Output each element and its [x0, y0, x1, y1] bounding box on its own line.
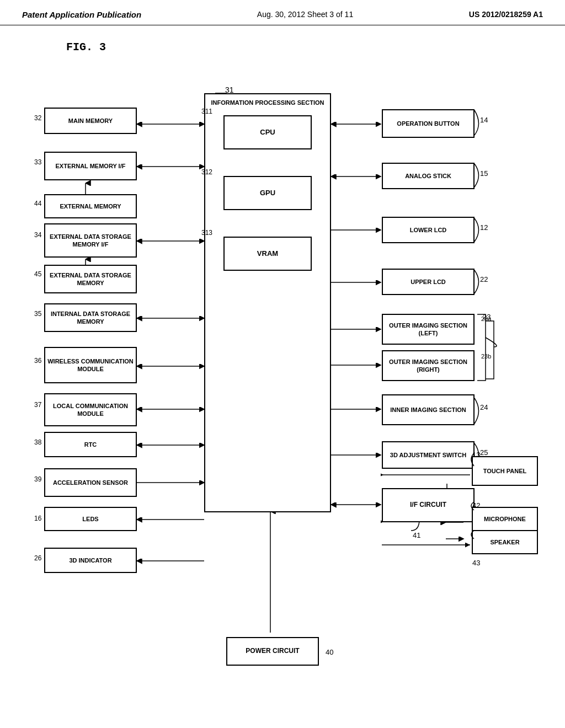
diagram-area: MAIN MEMORY 32 EXTERNAL MEMORY I/F 33 EX…: [0, 59, 565, 699]
box-external-memory-if: EXTERNAL MEMORY I/F: [44, 152, 137, 180]
label-34: 34: [34, 231, 41, 239]
label-23b: 23b: [481, 353, 491, 360]
label-43: 43: [472, 559, 480, 567]
box-3d-adjustment: 3D ADJUSTMENT SWITCH: [382, 441, 475, 469]
label-311: 311: [201, 108, 212, 116]
header-right: US 2012/0218259 A1: [469, 10, 543, 19]
label-41: 41: [413, 531, 420, 539]
header-left: Patent Application Publication: [22, 10, 141, 19]
box-rtc: RTC: [44, 432, 137, 457]
box-analog-stick: ANALOG STICK: [382, 163, 475, 189]
box-external-data-if: EXTERNAL DATA STORAGE MEMORY I/F: [44, 223, 137, 258]
box-operation-button: OPERATION BUTTON: [382, 109, 475, 138]
box-wireless-comm: WIRELESS COMMUNICATION MODULE: [44, 347, 137, 383]
label-38: 38: [34, 438, 41, 446]
label-36: 36: [34, 357, 41, 365]
info-processing-label: INFORMATION PROCESSING SECTION: [211, 99, 324, 106]
box-internal-data-storage: INTERNAL DATA STORAGE MEMORY: [44, 303, 137, 332]
mic-to-if-arrow: [381, 519, 475, 524]
page-header: Patent Application Publication Aug. 30, …: [0, 0, 565, 25]
box-outer-imaging-left: OUTER IMAGING SECTION (LEFT): [382, 314, 475, 345]
box-microphone: MICROPHONE: [472, 507, 538, 531]
box-main-memory: MAIN MEMORY: [44, 108, 137, 134]
bracket-43-svg: [466, 529, 477, 540]
bracket-14-svg: [472, 108, 488, 138]
box-inner-imaging: INNER IMAGING SECTION: [382, 394, 475, 425]
box-touch-panel: TOUCH PANEL: [472, 456, 538, 486]
box-acceleration: ACCELERATION SENSOR: [44, 468, 137, 497]
box-cpu: CPU: [223, 115, 312, 149]
label-313: 313: [201, 229, 212, 238]
box-speaker: SPEAKER: [472, 530, 538, 554]
bracket-42-svg: [466, 500, 477, 511]
box-gpu: GPU: [223, 176, 312, 210]
box-local-comm: LOCAL COMMUNICATION MODULE: [44, 393, 137, 426]
box-power-circuit: POWER CIRCUIT: [226, 637, 319, 666]
bracket-23-svg: [475, 312, 491, 383]
box-info-processing: INFORMATION PROCESSING SECTION 311 CPU 3…: [204, 93, 331, 512]
label-39: 39: [34, 475, 41, 483]
bracket-24-svg: [472, 395, 488, 426]
box-external-memory: EXTERNAL MEMORY: [44, 194, 137, 218]
label-312: 312: [201, 168, 212, 177]
bracket-13-svg: [466, 451, 477, 467]
label-23a: 23a: [481, 315, 491, 322]
box-upper-lcd: UPPER LCD: [382, 269, 475, 295]
label-45: 45: [34, 270, 41, 278]
bracket-22-svg: [472, 267, 488, 296]
box-external-data-storage: EXTERNAL DATA STORAGE MEMORY: [44, 265, 137, 293]
box-if-circuit: I/F CIRCUIT: [382, 488, 475, 522]
bracket-15-svg: [472, 161, 488, 190]
box-leds: LEDS: [44, 507, 137, 531]
box-vram: VRAM: [223, 237, 312, 271]
box-outer-imaging-right: OUTER IMAGING SECTION (RIGHT): [382, 350, 475, 381]
touch-to-if-arrow: [381, 469, 475, 480]
box-lower-lcd: LOWER LCD: [382, 217, 475, 243]
label-37: 37: [34, 401, 41, 409]
label-16: 16: [34, 515, 41, 522]
fig-label: FIG. 3: [66, 41, 565, 53]
label-32: 32: [34, 114, 41, 122]
label-40: 40: [326, 648, 333, 656]
bracket-12-svg: [472, 216, 488, 244]
header-center: Aug. 30, 2012 Sheet 3 of 11: [257, 10, 353, 19]
label-33: 33: [34, 158, 41, 166]
label-26: 26: [34, 554, 41, 562]
label-44: 44: [34, 200, 41, 207]
if-to-speaker-arrow: [381, 542, 475, 548]
box-3d-indicator: 3D INDICATOR: [44, 548, 137, 573]
label-35: 35: [34, 310, 41, 318]
